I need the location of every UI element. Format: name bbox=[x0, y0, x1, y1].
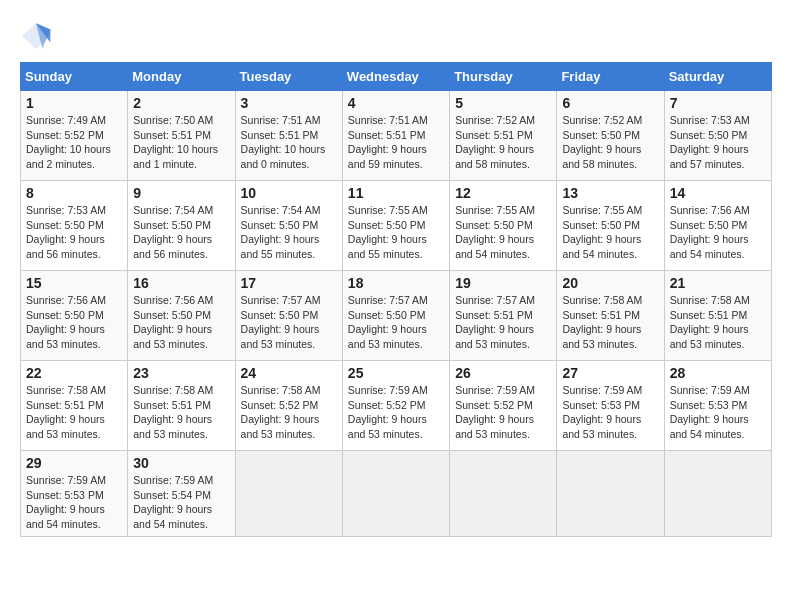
day-info: Sunrise: 7:58 AMSunset: 5:52 PMDaylight:… bbox=[241, 384, 321, 440]
day-info: Sunrise: 7:58 AMSunset: 5:51 PMDaylight:… bbox=[26, 384, 106, 440]
day-cell-12: 12 Sunrise: 7:55 AMSunset: 5:50 PMDaylig… bbox=[450, 181, 557, 271]
day-header-friday: Friday bbox=[557, 63, 664, 91]
day-cell-5: 5 Sunrise: 7:52 AMSunset: 5:51 PMDayligh… bbox=[450, 91, 557, 181]
day-cell-2: 2 Sunrise: 7:50 AMSunset: 5:51 PMDayligh… bbox=[128, 91, 235, 181]
day-number: 20 bbox=[562, 275, 658, 291]
day-info: Sunrise: 7:52 AMSunset: 5:50 PMDaylight:… bbox=[562, 114, 642, 170]
day-number: 16 bbox=[133, 275, 229, 291]
day-info: Sunrise: 7:52 AMSunset: 5:51 PMDaylight:… bbox=[455, 114, 535, 170]
day-info: Sunrise: 7:49 AMSunset: 5:52 PMDaylight:… bbox=[26, 114, 111, 170]
day-info: Sunrise: 7:57 AMSunset: 5:51 PMDaylight:… bbox=[455, 294, 535, 350]
day-info: Sunrise: 7:56 AMSunset: 5:50 PMDaylight:… bbox=[26, 294, 106, 350]
day-cell-16: 16 Sunrise: 7:56 AMSunset: 5:50 PMDaylig… bbox=[128, 271, 235, 361]
day-header-wednesday: Wednesday bbox=[342, 63, 449, 91]
empty-cell bbox=[342, 451, 449, 537]
day-cell-22: 22 Sunrise: 7:58 AMSunset: 5:51 PMDaylig… bbox=[21, 361, 128, 451]
empty-cell bbox=[664, 451, 771, 537]
day-info: Sunrise: 7:50 AMSunset: 5:51 PMDaylight:… bbox=[133, 114, 218, 170]
day-cell-14: 14 Sunrise: 7:56 AMSunset: 5:50 PMDaylig… bbox=[664, 181, 771, 271]
day-number: 1 bbox=[26, 95, 122, 111]
day-cell-20: 20 Sunrise: 7:58 AMSunset: 5:51 PMDaylig… bbox=[557, 271, 664, 361]
day-number: 2 bbox=[133, 95, 229, 111]
day-info: Sunrise: 7:59 AMSunset: 5:52 PMDaylight:… bbox=[348, 384, 428, 440]
day-header-saturday: Saturday bbox=[664, 63, 771, 91]
empty-cell bbox=[235, 451, 342, 537]
day-number: 19 bbox=[455, 275, 551, 291]
day-cell-24: 24 Sunrise: 7:58 AMSunset: 5:52 PMDaylig… bbox=[235, 361, 342, 451]
calendar-row-4: 29 Sunrise: 7:59 AMSunset: 5:53 PMDaylig… bbox=[21, 451, 772, 537]
day-number: 22 bbox=[26, 365, 122, 381]
day-number: 28 bbox=[670, 365, 766, 381]
day-info: Sunrise: 7:54 AMSunset: 5:50 PMDaylight:… bbox=[241, 204, 321, 260]
calendar-row-1: 8 Sunrise: 7:53 AMSunset: 5:50 PMDayligh… bbox=[21, 181, 772, 271]
day-number: 11 bbox=[348, 185, 444, 201]
day-info: Sunrise: 7:59 AMSunset: 5:53 PMDaylight:… bbox=[26, 474, 106, 530]
calendar-row-2: 15 Sunrise: 7:56 AMSunset: 5:50 PMDaylig… bbox=[21, 271, 772, 361]
day-cell-6: 6 Sunrise: 7:52 AMSunset: 5:50 PMDayligh… bbox=[557, 91, 664, 181]
day-number: 29 bbox=[26, 455, 122, 471]
day-number: 27 bbox=[562, 365, 658, 381]
calendar-row-3: 22 Sunrise: 7:58 AMSunset: 5:51 PMDaylig… bbox=[21, 361, 772, 451]
day-number: 21 bbox=[670, 275, 766, 291]
day-number: 10 bbox=[241, 185, 337, 201]
day-cell-7: 7 Sunrise: 7:53 AMSunset: 5:50 PMDayligh… bbox=[664, 91, 771, 181]
day-info: Sunrise: 7:54 AMSunset: 5:50 PMDaylight:… bbox=[133, 204, 213, 260]
day-number: 5 bbox=[455, 95, 551, 111]
day-cell-25: 25 Sunrise: 7:59 AMSunset: 5:52 PMDaylig… bbox=[342, 361, 449, 451]
day-number: 7 bbox=[670, 95, 766, 111]
empty-cell bbox=[450, 451, 557, 537]
day-number: 14 bbox=[670, 185, 766, 201]
day-number: 25 bbox=[348, 365, 444, 381]
day-number: 30 bbox=[133, 455, 229, 471]
empty-cell bbox=[557, 451, 664, 537]
day-info: Sunrise: 7:59 AMSunset: 5:53 PMDaylight:… bbox=[670, 384, 750, 440]
day-cell-13: 13 Sunrise: 7:55 AMSunset: 5:50 PMDaylig… bbox=[557, 181, 664, 271]
logo-icon bbox=[20, 20, 52, 52]
day-cell-17: 17 Sunrise: 7:57 AMSunset: 5:50 PMDaylig… bbox=[235, 271, 342, 361]
day-info: Sunrise: 7:53 AMSunset: 5:50 PMDaylight:… bbox=[670, 114, 750, 170]
day-header-tuesday: Tuesday bbox=[235, 63, 342, 91]
day-info: Sunrise: 7:57 AMSunset: 5:50 PMDaylight:… bbox=[348, 294, 428, 350]
day-header-thursday: Thursday bbox=[450, 63, 557, 91]
day-info: Sunrise: 7:56 AMSunset: 5:50 PMDaylight:… bbox=[670, 204, 750, 260]
day-info: Sunrise: 7:59 AMSunset: 5:53 PMDaylight:… bbox=[562, 384, 642, 440]
day-info: Sunrise: 7:51 AMSunset: 5:51 PMDaylight:… bbox=[348, 114, 428, 170]
day-cell-19: 19 Sunrise: 7:57 AMSunset: 5:51 PMDaylig… bbox=[450, 271, 557, 361]
calendar-table: SundayMondayTuesdayWednesdayThursdayFrid… bbox=[20, 62, 772, 537]
day-info: Sunrise: 7:58 AMSunset: 5:51 PMDaylight:… bbox=[562, 294, 642, 350]
day-header-monday: Monday bbox=[128, 63, 235, 91]
page-header bbox=[20, 20, 772, 52]
day-number: 23 bbox=[133, 365, 229, 381]
day-cell-1: 1 Sunrise: 7:49 AMSunset: 5:52 PMDayligh… bbox=[21, 91, 128, 181]
day-number: 6 bbox=[562, 95, 658, 111]
day-info: Sunrise: 7:58 AMSunset: 5:51 PMDaylight:… bbox=[670, 294, 750, 350]
day-number: 12 bbox=[455, 185, 551, 201]
day-info: Sunrise: 7:55 AMSunset: 5:50 PMDaylight:… bbox=[562, 204, 642, 260]
day-number: 26 bbox=[455, 365, 551, 381]
day-number: 9 bbox=[133, 185, 229, 201]
day-number: 8 bbox=[26, 185, 122, 201]
day-cell-18: 18 Sunrise: 7:57 AMSunset: 5:50 PMDaylig… bbox=[342, 271, 449, 361]
day-info: Sunrise: 7:58 AMSunset: 5:51 PMDaylight:… bbox=[133, 384, 213, 440]
day-number: 13 bbox=[562, 185, 658, 201]
day-cell-11: 11 Sunrise: 7:55 AMSunset: 5:50 PMDaylig… bbox=[342, 181, 449, 271]
day-number: 15 bbox=[26, 275, 122, 291]
day-number: 17 bbox=[241, 275, 337, 291]
day-cell-10: 10 Sunrise: 7:54 AMSunset: 5:50 PMDaylig… bbox=[235, 181, 342, 271]
day-cell-23: 23 Sunrise: 7:58 AMSunset: 5:51 PMDaylig… bbox=[128, 361, 235, 451]
logo bbox=[20, 20, 56, 52]
day-cell-3: 3 Sunrise: 7:51 AMSunset: 5:51 PMDayligh… bbox=[235, 91, 342, 181]
day-info: Sunrise: 7:57 AMSunset: 5:50 PMDaylight:… bbox=[241, 294, 321, 350]
days-header-row: SundayMondayTuesdayWednesdayThursdayFrid… bbox=[21, 63, 772, 91]
day-cell-4: 4 Sunrise: 7:51 AMSunset: 5:51 PMDayligh… bbox=[342, 91, 449, 181]
calendar-row-0: 1 Sunrise: 7:49 AMSunset: 5:52 PMDayligh… bbox=[21, 91, 772, 181]
day-cell-30: 30 Sunrise: 7:59 AMSunset: 5:54 PMDaylig… bbox=[128, 451, 235, 537]
day-cell-21: 21 Sunrise: 7:58 AMSunset: 5:51 PMDaylig… bbox=[664, 271, 771, 361]
day-info: Sunrise: 7:53 AMSunset: 5:50 PMDaylight:… bbox=[26, 204, 106, 260]
day-cell-15: 15 Sunrise: 7:56 AMSunset: 5:50 PMDaylig… bbox=[21, 271, 128, 361]
day-number: 18 bbox=[348, 275, 444, 291]
day-info: Sunrise: 7:56 AMSunset: 5:50 PMDaylight:… bbox=[133, 294, 213, 350]
day-number: 3 bbox=[241, 95, 337, 111]
day-info: Sunrise: 7:59 AMSunset: 5:54 PMDaylight:… bbox=[133, 474, 213, 530]
day-cell-9: 9 Sunrise: 7:54 AMSunset: 5:50 PMDayligh… bbox=[128, 181, 235, 271]
